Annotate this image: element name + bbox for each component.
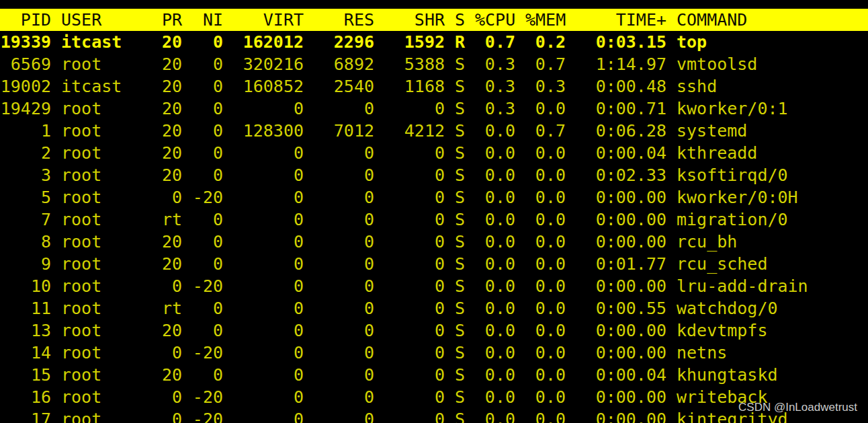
cell-user: root [61, 253, 152, 275]
cell-mem: 0.0 [525, 297, 576, 319]
cell-virt: 0 [233, 164, 314, 186]
cell-user: root [61, 275, 152, 297]
cell-virt: 128300 [233, 120, 314, 142]
cell-pid: 19002 [0, 75, 61, 98]
table-header-row: PID USER PR NI VIRT RES SHR S %CPU %MEM … [0, 9, 868, 31]
cell-ni: -20 [192, 186, 233, 208]
table-row: 1root20012830070124212S0.00.70:06.28syst… [0, 120, 868, 142]
cell-shr: 1168 [384, 75, 455, 98]
cell-shr: 0 [384, 386, 455, 408]
cell-user: root [61, 297, 152, 319]
cell-cpu: 0.0 [475, 120, 525, 142]
cell-cpu: 0.0 [475, 186, 525, 208]
cell-mem: 0.0 [525, 231, 576, 253]
cell-pr: 20 [152, 75, 192, 98]
cell-mem: 0.2 [525, 31, 576, 53]
cell-virt: 162012 [233, 31, 314, 53]
cell-s: S [455, 408, 475, 423]
cell-s: S [455, 253, 475, 275]
cell-user: root [61, 142, 152, 164]
cell-time: 0:00.04 [576, 142, 677, 164]
cell-cpu: 0.0 [475, 386, 525, 408]
table-row: 9root200000S0.00.00:01.77rcu_sched [0, 253, 868, 275]
cell-s: S [455, 142, 475, 164]
cell-res: 0 [314, 186, 384, 208]
cell-cpu: 0.3 [475, 98, 525, 120]
cell-mem: 0.0 [525, 364, 576, 386]
cell-pr: rt [152, 208, 192, 231]
cell-cpu: 0.0 [475, 164, 525, 186]
cell-virt: 0 [233, 275, 314, 297]
cell-user: root [61, 364, 152, 386]
cell-time: 0:00.00 [576, 231, 677, 253]
column-header-res: RES [314, 9, 384, 31]
table-row: 19429root200000S0.30.00:00.71kworker/0:1 [0, 98, 868, 120]
table-row: 2root200000S0.00.00:00.04kthreadd [0, 142, 868, 164]
column-header-shr: SHR [384, 9, 455, 31]
table-row: 15root200000S0.00.00:00.04khungtaskd [0, 364, 868, 386]
cell-pid: 17 [0, 408, 61, 423]
cell-ni: 0 [192, 319, 233, 342]
cell-shr: 4212 [384, 120, 455, 142]
cell-user: root [61, 231, 152, 253]
column-header-mem: %MEM [525, 9, 576, 31]
cell-s: S [455, 364, 475, 386]
cell-command: top [677, 31, 868, 53]
cell-pr: 0 [152, 275, 192, 297]
cell-s: S [455, 208, 475, 231]
cell-mem: 0.3 [525, 75, 576, 98]
cell-ni: -20 [192, 408, 233, 423]
cell-s: S [455, 231, 475, 253]
cell-pid: 14 [0, 342, 61, 364]
cell-ni: 0 [192, 75, 233, 98]
cell-command: kthreadd [677, 142, 868, 164]
cell-cpu: 0.3 [475, 75, 525, 98]
cell-time: 0:00.04 [576, 364, 677, 386]
cell-ni: -20 [192, 386, 233, 408]
cell-command: vmtoolsd [677, 53, 868, 75]
cell-pid: 1 [0, 120, 61, 142]
cell-shr: 1592 [384, 31, 455, 53]
cell-user: itcast [61, 31, 152, 53]
cell-time: 0:00.00 [576, 386, 677, 408]
cell-cpu: 0.0 [475, 231, 525, 253]
cell-ni: -20 [192, 275, 233, 297]
cell-ni: 0 [192, 31, 233, 53]
cell-pid: 11 [0, 297, 61, 319]
cell-res: 0 [314, 208, 384, 231]
cell-mem: 0.0 [525, 408, 576, 423]
cell-pr: 0 [152, 408, 192, 423]
cell-ni: 0 [192, 208, 233, 231]
cell-s: S [455, 275, 475, 297]
table-row: 3root200000S0.00.00:02.33ksoftirqd/0 [0, 164, 868, 186]
cell-mem: 0.0 [525, 186, 576, 208]
cell-s: S [455, 342, 475, 364]
table-row: 7rootrt0000S0.00.00:00.00migration/0 [0, 208, 868, 231]
cell-shr: 0 [384, 231, 455, 253]
table-row: 14root0-20000S0.00.00:00.00netns [0, 342, 868, 364]
terminal-screen[interactable]: PID USER PR NI VIRT RES SHR S %CPU %MEM … [0, 0, 868, 423]
table-row: 19002itcast20016085225401168S0.30.30:00.… [0, 75, 868, 98]
cell-shr: 0 [384, 98, 455, 120]
cell-virt: 0 [233, 142, 314, 164]
cell-res: 0 [314, 342, 384, 364]
cell-s: S [455, 319, 475, 342]
cell-pr: rt [152, 297, 192, 319]
cell-shr: 0 [384, 253, 455, 275]
cell-command: rcu_sched [677, 253, 868, 275]
cell-shr: 0 [384, 297, 455, 319]
cell-virt: 0 [233, 98, 314, 120]
cell-s: S [455, 75, 475, 98]
cell-virt: 0 [233, 386, 314, 408]
cell-pid: 2 [0, 142, 61, 164]
cell-cpu: 0.3 [475, 53, 525, 75]
cell-time: 0:00.00 [576, 342, 677, 364]
cell-time: 0:00.00 [576, 408, 677, 423]
cell-pid: 19429 [0, 98, 61, 120]
cell-cpu: 0.0 [475, 208, 525, 231]
cell-time: 0:02.33 [576, 164, 677, 186]
cell-user: root [61, 386, 152, 408]
cell-cpu: 0.0 [475, 342, 525, 364]
cell-time: 0:06.28 [576, 120, 677, 142]
cell-cpu: 0.0 [475, 408, 525, 423]
